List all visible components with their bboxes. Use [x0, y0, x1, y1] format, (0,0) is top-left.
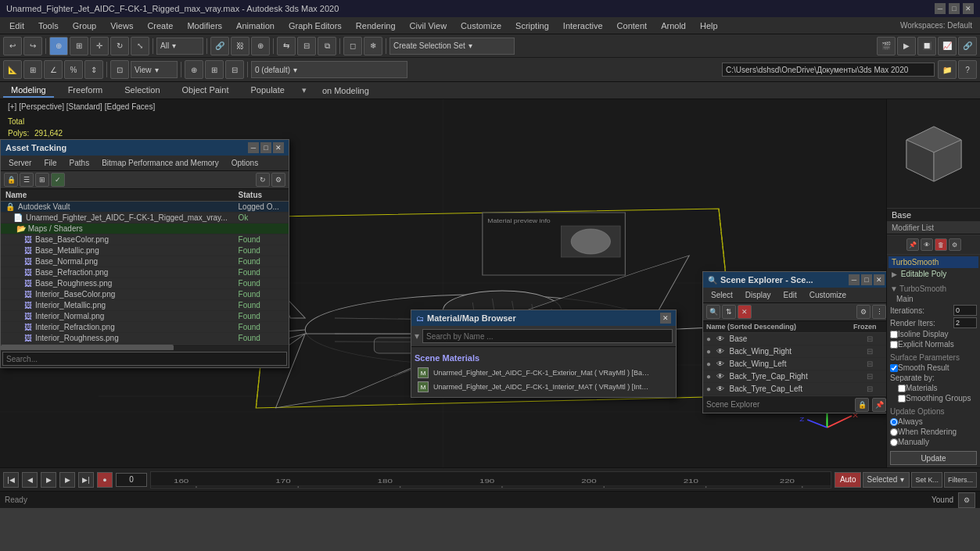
hide-button[interactable]: ◻ [343, 37, 362, 55]
tab-object-paint[interactable]: Object Paint [174, 84, 237, 98]
at-row-file-0[interactable]: 🖼Base_BaseColor.pngFound [1, 234, 289, 245]
at-row-file-5[interactable]: 🖼Interior_BaseColor.pngFound [1, 289, 289, 300]
at-row-file-4[interactable]: 🖼Base_Roughness.pngFound [1, 278, 289, 289]
frame-input[interactable] [116, 473, 147, 487]
render-setup-button[interactable]: 🎬 [877, 37, 896, 55]
curve-editor-button[interactable]: 📈 [938, 37, 957, 55]
filters-btn[interactable]: Filters... [944, 472, 977, 488]
mirror-button[interactable]: ⇆ [277, 37, 296, 55]
se-row-3[interactable]: ● 👁 Back_Tyre_Cap_Right ⊟ [703, 370, 886, 383]
at-row-file-3[interactable]: 🖼Base_Refraction.pngFound [1, 267, 289, 278]
use-selection-button[interactable]: ⊞ [205, 60, 224, 79]
play-btn[interactable]: ▶ [41, 472, 56, 488]
record-btn[interactable]: ● [97, 472, 113, 488]
at-config-btn[interactable]: ⚙ [271, 173, 285, 187]
at-menu-server[interactable]: Server [4, 158, 36, 168]
at-menu-file[interactable]: File [39, 158, 61, 168]
auto-key-btn[interactable]: Auto [835, 472, 862, 488]
undo-button[interactable]: ↩ [3, 37, 22, 55]
mat-browser-window[interactable]: 🗂 Material/Map Browser ✕ ▾ Scene Materia… [411, 309, 677, 398]
at-row-root[interactable]: 🔒Autodesk VaultLogged O... [1, 202, 289, 213]
at-vault-btn[interactable]: 🔒 [4, 173, 18, 187]
menu-tools[interactable]: Tools [32, 20, 65, 32]
at-row-file-9[interactable]: 🖼Interior_Roughness.pngFound [1, 333, 289, 344]
tab-freeform[interactable]: Freeform [60, 84, 111, 98]
menu-interactive[interactable]: Interactive [557, 20, 609, 32]
materials-checkbox[interactable] [898, 385, 906, 392]
next-frame-btn[interactable]: ▶ [59, 472, 75, 488]
at-list-btn[interactable]: ☰ [20, 173, 34, 187]
at-row-file-2[interactable]: 🖼Base_Normal.pngFound [1, 256, 289, 267]
se-menu-display[interactable]: Display [741, 290, 776, 300]
mod-pin-btn[interactable]: 📌 [906, 238, 919, 251]
create-selection-dropdown[interactable]: Create Selection Set ▾ [389, 38, 515, 55]
at-check-btn[interactable]: ✓ [51, 173, 65, 187]
close-button[interactable]: ✕ [963, 3, 974, 14]
menu-group[interactable]: Group [66, 20, 103, 32]
scale-button[interactable]: ⤡ [131, 37, 149, 55]
render-button[interactable]: ▶ [897, 37, 916, 55]
se-filter-btn[interactable]: 🔍 [706, 305, 720, 319]
menu-create[interactable]: Create [141, 20, 179, 32]
status-btn[interactable]: ⚙ [958, 492, 975, 508]
smoothing-groups-checkbox[interactable] [898, 395, 906, 403]
mb-item-1[interactable]: MUnarmed_Fighter_Jet_AIDC_F-CK-1_Interio… [415, 380, 673, 394]
se-sort-btn[interactable]: ⇅ [722, 305, 736, 319]
scene-explorer-window[interactable]: 🔍 Scene Explorer - Sce... ─ □ ✕ Select D… [702, 271, 886, 413]
go-start-btn[interactable]: |◀ [3, 472, 19, 488]
se-row-4[interactable]: ● 👁 Back_Tyre_Cap_Left ⊟ [703, 383, 886, 395]
at-col-status[interactable]: Status [234, 189, 289, 202]
iterations-input[interactable] [953, 305, 977, 316]
modifier-editable-poly[interactable]: ▶ Editable Poly [888, 268, 978, 280]
render-iters-input[interactable] [953, 317, 977, 328]
angle-snap-button[interactable]: ∠ [44, 60, 63, 79]
se-row-1[interactable]: ● 👁 Back_Wing_Right ⊟ [703, 345, 886, 358]
se-minimize[interactable]: ─ [849, 274, 860, 285]
se-settings-btn[interactable]: ⚙ [856, 305, 871, 319]
explicit-normals-checkbox[interactable] [890, 341, 898, 349]
update-button[interactable]: Update [890, 451, 977, 465]
snap2d-button[interactable]: ⊞ [23, 60, 42, 79]
use-pivot-button[interactable]: ⊕ [185, 60, 203, 79]
at-scrollbar[interactable] [1, 344, 289, 350]
menu-views[interactable]: Views [104, 20, 139, 32]
dropdown-arrow[interactable]: ▾ [299, 84, 310, 97]
menu-scripting[interactable]: Scripting [509, 20, 555, 32]
manually-radio[interactable] [890, 438, 898, 446]
menu-modifiers[interactable]: Modifiers [181, 20, 228, 32]
at-row-file[interactable]: 📄Unarmed_Fighter_Jet_AIDC_F-CK-1_Rigged_… [1, 213, 289, 224]
turbsmooth-title[interactable]: ▼ TurboSmooth [890, 284, 977, 293]
mod-delete-btn[interactable]: 🗑 [935, 238, 947, 251]
modifier-turbsmooth[interactable]: TurboSmooth [888, 256, 978, 268]
setkey-btn[interactable]: Set K... [911, 472, 942, 488]
at-refresh-btn[interactable]: ↻ [256, 173, 270, 187]
link-button[interactable]: 🔗 [210, 37, 229, 55]
menu-help[interactable]: Help [694, 20, 724, 32]
menu-edit[interactable]: Edit [3, 20, 31, 32]
se-row-2[interactable]: ● 👁 Back_Wing_Left ⊟ [703, 358, 886, 370]
use-working-button[interactable]: ⊟ [225, 60, 244, 79]
se-maximize[interactable]: □ [861, 274, 872, 285]
transform-coord-button[interactable]: ⊡ [110, 60, 129, 79]
clone-button[interactable]: ⧉ [318, 37, 336, 55]
select-filter-dropdown[interactable]: All ▾ [156, 38, 203, 55]
material-editor-button[interactable]: 🔲 [917, 37, 936, 55]
redo-button[interactable]: ↪ [23, 37, 42, 55]
path-input[interactable] [722, 63, 935, 77]
at-row-file-8[interactable]: 🖼Interior_Refraction.pngFound [1, 322, 289, 333]
at-search-input[interactable] [2, 352, 287, 366]
menu-arnold[interactable]: Arnold [655, 20, 692, 32]
at-restore[interactable]: □ [260, 142, 271, 153]
at-grid-btn[interactable]: ⊞ [35, 173, 49, 187]
tab-selection[interactable]: Selection [117, 84, 167, 98]
percent-snap-button[interactable]: % [64, 60, 83, 79]
align-button[interactable]: ⊟ [297, 37, 316, 55]
at-col-name[interactable]: Name [1, 189, 234, 202]
move-button[interactable]: ✛ [90, 37, 109, 55]
maximize-button[interactable]: □ [949, 3, 960, 14]
bind-space-button[interactable]: ⊕ [251, 37, 270, 55]
se-close[interactable]: ✕ [874, 274, 885, 285]
schematic-view-button[interactable]: 🔗 [958, 37, 977, 55]
prev-frame-btn[interactable]: ◀ [22, 472, 38, 488]
se-delete-btn[interactable]: ✕ [738, 305, 752, 319]
